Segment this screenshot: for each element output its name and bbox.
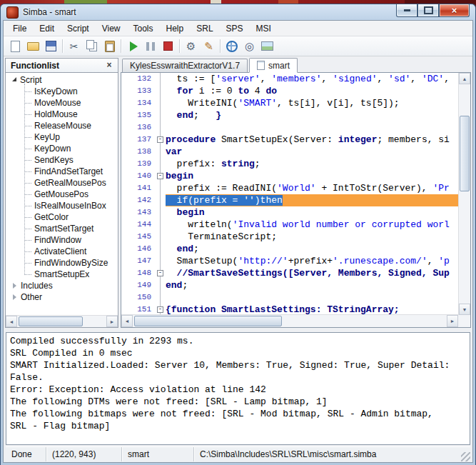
code-line-138[interactable]: 138var <box>121 146 458 158</box>
scroll-left-button[interactable] <box>6 316 17 327</box>
tree-item-activateclient[interactable]: ActivateClient <box>6 246 118 257</box>
tree-item-script[interactable]: Script <box>6 74 118 86</box>
menu-item-tools[interactable]: Tools <box>127 21 160 36</box>
target-button[interactable] <box>240 38 258 55</box>
copy-button[interactable] <box>83 38 101 55</box>
stop-button[interactable] <box>159 38 177 55</box>
tree-item-smartsettarget[interactable]: SmartSetTarget <box>6 223 118 234</box>
code-line-147[interactable]: 147 SmartSetup('http://'+prefix+'.runesc… <box>121 255 458 267</box>
code-line-133[interactable]: 133 for i := 0 to 4 do <box>121 85 458 97</box>
output-line: SRL Compiled in 0 msec <box>10 347 466 359</box>
code-line-149[interactable]: 149end; <box>121 279 458 291</box>
scroll-left-button[interactable] <box>121 315 133 327</box>
code-line-148[interactable]: 148- //SmartSaveSettings([Server, Member… <box>121 267 458 279</box>
globe-button[interactable] <box>223 38 240 55</box>
tree-item-iskeydown[interactable]: IsKeyDown <box>6 86 118 97</box>
menu-item-view[interactable]: View <box>96 21 127 36</box>
code-token: SmartSetup( <box>166 256 238 266</box>
minimize-button[interactable] <box>396 4 417 17</box>
tree-item-smartsetupex[interactable]: SmartSetupEx <box>6 269 118 280</box>
run-button[interactable] <box>123 38 141 55</box>
code-line-132[interactable]: 132 ts := ['server', 'members', 'signed'… <box>121 73 458 85</box>
menu-item-script[interactable]: Script <box>61 21 96 36</box>
fold-marker[interactable]: - <box>157 136 163 143</box>
code-line-146[interactable]: 146 end; <box>121 243 458 255</box>
tree-item-isrealmouseinbox[interactable]: IsRealMouseInBox <box>6 200 118 211</box>
menu-item-file[interactable]: File <box>6 21 33 36</box>
code-line-134[interactable]: 134 WriteINI('SMART', ts[i], v[i], ts[5]… <box>121 97 458 109</box>
code-text: prefix: string; <box>166 158 458 170</box>
tree-item-findwindow[interactable]: FindWindow <box>6 234 118 246</box>
titlebar[interactable]: Simba - smart × <box>1 4 475 20</box>
tree-item-movemouse[interactable]: MoveMouse <box>6 97 118 109</box>
menu-item-srl[interactable]: SRL <box>190 21 219 36</box>
tab-smart[interactable]: smart <box>249 58 298 73</box>
tree-item-releasemouse[interactable]: ReleaseMouse <box>6 120 118 131</box>
code-line-139[interactable]: 139 prefix: string; <box>121 158 458 170</box>
scroll-thumb[interactable] <box>460 116 470 191</box>
scroll-down-button[interactable] <box>459 304 470 315</box>
scroll-right-button[interactable] <box>447 315 458 327</box>
pencil-button[interactable] <box>200 38 218 55</box>
fold-marker[interactable]: - <box>157 306 163 313</box>
tree-item-findandsettarget[interactable]: FindAndSetTarget <box>6 166 118 177</box>
compile-button[interactable] <box>182 38 200 55</box>
code-text: writeln('Invalid world number or corrupt… <box>166 219 458 231</box>
paste-button[interactable] <box>101 38 118 55</box>
line-number: 138 <box>121 146 155 158</box>
scroll-thumb[interactable] <box>19 316 83 326</box>
code-line-150[interactable]: 150 <box>121 291 458 304</box>
picture-button[interactable] <box>258 38 276 55</box>
tree-item-holdmouse[interactable]: HoldMouse <box>6 109 118 120</box>
tree-item-includes[interactable]: Includes <box>6 280 118 291</box>
editor-panel: KylesEsswraithExtractorV1.7smart 132 ts … <box>121 58 471 328</box>
scroll-up-button[interactable] <box>459 73 470 84</box>
line-number: 146 <box>121 243 155 255</box>
open-file-button[interactable] <box>24 38 42 55</box>
close-button[interactable]: × <box>439 4 470 17</box>
code-token: , <box>444 74 450 84</box>
save-file-button[interactable] <box>42 38 60 55</box>
pause-button[interactable] <box>141 38 159 55</box>
tree-item-keydown[interactable]: KeyDown <box>6 143 118 154</box>
code-line-144[interactable]: 144 writeln('Invalid world number or cor… <box>121 219 458 231</box>
tree-item-sendkeys[interactable]: SendKeys <box>6 154 118 166</box>
line-number: 143 <box>121 206 155 219</box>
fold-marker[interactable]: - <box>157 173 163 179</box>
resize-grip[interactable] <box>461 452 470 461</box>
tree-item-label: KeyDown <box>34 144 71 154</box>
code-line-136[interactable]: 136 <box>121 121 458 134</box>
scroll-right-button[interactable] <box>106 316 118 327</box>
tree-item-getcolor[interactable]: GetColor <box>6 211 118 223</box>
menu-item-msi[interactable]: MSI <box>250 21 278 36</box>
tree-item-getmousepos[interactable]: GetMousePos <box>6 189 118 200</box>
code-line-140[interactable]: 140-begin <box>121 170 458 182</box>
fold-marker[interactable]: - <box>157 270 163 276</box>
tab-kylesesswraithextractorv1.7[interactable]: KylesEsswraithExtractorV1.7 <box>122 59 248 72</box>
code-line-142[interactable]: 142 if(prefix = '')then <box>121 194 458 206</box>
code-text: prefix := ReadINI('World' + IntToStr(Ser… <box>166 182 458 194</box>
app-icon <box>6 6 19 19</box>
scroll-thumb[interactable] <box>134 316 282 326</box>
code-line-135[interactable]: 135 end; } <box>121 109 458 121</box>
code-line-151[interactable]: 151-{function SmartLastSettings: TString… <box>121 304 458 315</box>
cut-button[interactable] <box>65 38 83 55</box>
code-token: TerminateScript; <box>166 231 277 242</box>
tree-item-getrealmousepos[interactable]: GetRealMousePos <box>6 177 118 189</box>
tree-item-findwindowbysize[interactable]: FindWindowBySize <box>6 257 118 269</box>
new-file-button[interactable] <box>6 38 24 55</box>
functionlist-close-button[interactable] <box>104 61 114 71</box>
menu-item-edit[interactable]: Edit <box>33 21 61 36</box>
debug-output[interactable]: Compiled successfully in 2293 ms.SRL Com… <box>6 332 470 445</box>
tree-item-label: ReleaseMouse <box>34 121 91 131</box>
tree-item-keyup[interactable]: KeyUp <box>6 131 118 143</box>
menu-item-sps[interactable]: SPS <box>220 21 250 36</box>
tree-item-other[interactable]: Other <box>6 291 118 303</box>
code-line-143[interactable]: 143 begin <box>121 206 458 219</box>
code-line-141[interactable]: 141 prefix := ReadINI('World' + IntToStr… <box>121 182 458 194</box>
maximize-button[interactable] <box>417 4 439 17</box>
code-token: ; <box>193 244 199 254</box>
menu-item-help[interactable]: Help <box>160 21 191 36</box>
code-line-145[interactable]: 145 TerminateScript; <box>121 231 458 243</box>
code-line-137[interactable]: 137-procedure SmartSetupEx(Server: integ… <box>121 134 458 146</box>
